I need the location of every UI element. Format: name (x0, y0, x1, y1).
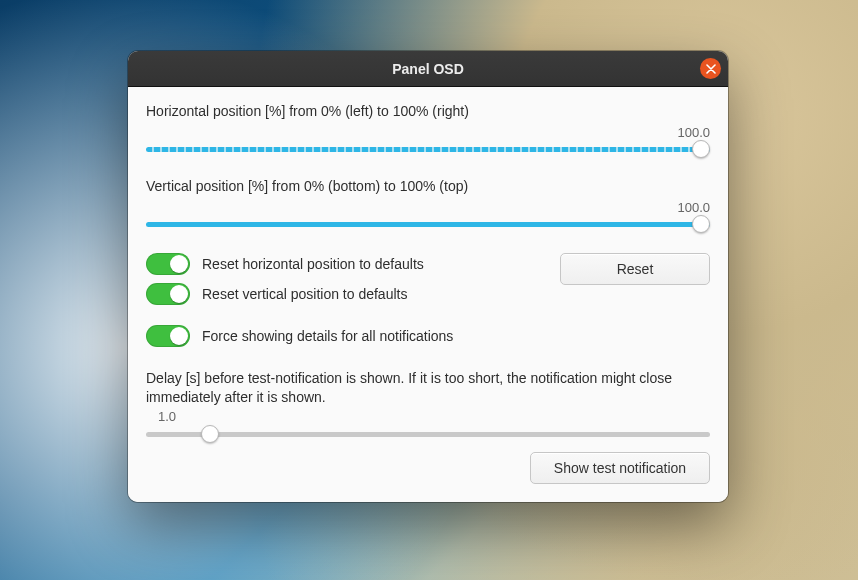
horizontal-position-slider[interactable] (146, 146, 710, 152)
reset-horizontal-toggle-row: Reset horizontal position to defaults (146, 253, 540, 275)
window-title: Panel OSD (392, 61, 464, 77)
show-test-notification-button[interactable]: Show test notification (530, 452, 710, 484)
vertical-position-slider[interactable] (146, 221, 710, 227)
window-content: Horizontal position [%] from 0% (left) t… (128, 87, 728, 502)
force-details-label: Force showing details for all notificati… (202, 328, 453, 344)
reset-horizontal-toggle[interactable] (146, 253, 190, 275)
reset-vertical-toggle-row: Reset vertical position to defaults (146, 283, 540, 305)
desktop-background: Panel OSD Horizontal position [%] from 0… (0, 0, 858, 580)
show-test-row: Show test notification (146, 452, 710, 484)
reset-toggles-column: Reset horizontal position to defaults Re… (146, 253, 540, 305)
reset-button[interactable]: Reset (560, 253, 710, 285)
reset-vertical-label: Reset vertical position to defaults (202, 286, 407, 302)
close-button[interactable] (700, 58, 721, 79)
horizontal-position-value: 100.0 (146, 125, 710, 140)
reset-vertical-toggle[interactable] (146, 283, 190, 305)
delay-slider[interactable] (146, 432, 710, 438)
reset-horizontal-label: Reset horizontal position to defaults (202, 256, 424, 272)
force-details-row: Force showing details for all notificati… (146, 325, 710, 347)
close-icon (706, 64, 716, 74)
titlebar[interactable]: Panel OSD (128, 51, 728, 87)
delay-label: Delay [s] before test-notification is sh… (146, 369, 710, 407)
vertical-position-label: Vertical position [%] from 0% (bottom) t… (146, 178, 710, 194)
delay-section: Delay [s] before test-notification is sh… (146, 369, 710, 444)
force-details-toggle[interactable] (146, 325, 190, 347)
vertical-position-value: 100.0 (146, 200, 710, 215)
vertical-position-section: Vertical position [%] from 0% (bottom) t… (146, 178, 710, 233)
horizontal-position-section: Horizontal position [%] from 0% (left) t… (146, 103, 710, 158)
panel-osd-window: Panel OSD Horizontal position [%] from 0… (128, 51, 728, 502)
horizontal-position-label: Horizontal position [%] from 0% (left) t… (146, 103, 710, 119)
reset-row: Reset horizontal position to defaults Re… (146, 253, 710, 305)
